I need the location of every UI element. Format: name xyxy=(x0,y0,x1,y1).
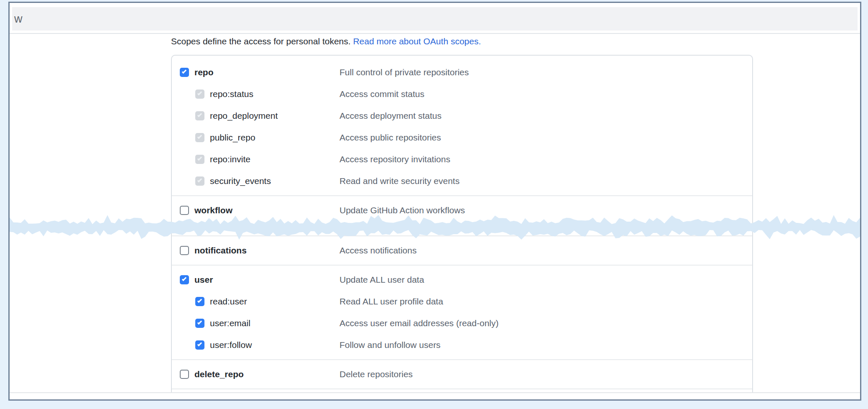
scope-row-left: security_events xyxy=(172,176,340,186)
check-icon xyxy=(197,320,202,325)
scope-row-left: user:email xyxy=(172,318,340,328)
scope-section: notifications Access notifications xyxy=(172,235,752,265)
scope-row: repo:invite Access repository invitation… xyxy=(172,148,752,170)
scope-description: Access public repositories xyxy=(340,133,441,143)
scope-row-left: notifications xyxy=(172,245,340,256)
scope-label[interactable]: security_events xyxy=(210,176,271,186)
page: w Scopes define the access for personal … xyxy=(10,3,860,399)
scope-row: security_events Read and write security … xyxy=(172,170,752,192)
content-cut-line xyxy=(10,392,860,393)
scope-row: user Update ALL user data xyxy=(172,269,752,291)
header-divider xyxy=(10,33,860,34)
scope-section: user Update ALL user data read:user Read… xyxy=(172,265,752,359)
check-icon xyxy=(197,134,202,139)
user-checkbox[interactable] xyxy=(180,275,189,284)
scope-description: Update ALL user data xyxy=(340,275,424,285)
scope-section xyxy=(172,389,752,392)
repo-checkbox[interactable] xyxy=(180,68,189,77)
torn-gap xyxy=(172,225,752,235)
scope-description: Full control of private repositories xyxy=(340,67,469,77)
public_repo-checkbox xyxy=(195,133,204,142)
scope-row-left: user:follow xyxy=(172,340,340,350)
scope-description: Read and write security events xyxy=(340,176,460,186)
scope-description: Access repository invitations xyxy=(340,154,450,164)
scope-description: Access commit status xyxy=(340,89,424,99)
repo:invite-checkbox xyxy=(195,155,204,164)
repo:status-checkbox xyxy=(195,89,204,99)
scope-row: user:email Access user email addresses (… xyxy=(172,312,752,334)
header-title: w xyxy=(14,13,23,25)
scopes-intro-text: Scopes define the access for personal to… xyxy=(171,36,353,46)
scope-description: Read ALL user profile data xyxy=(340,297,443,307)
scope-description: Delete repositories xyxy=(340,369,413,379)
scope-section: repo Full control of private repositorie… xyxy=(172,56,752,195)
scope-row-left: public_repo xyxy=(172,133,340,143)
scope-row: user:follow Follow and unfollow users xyxy=(172,334,752,356)
scope-label[interactable]: workflow xyxy=(194,205,232,215)
notifications-checkbox[interactable] xyxy=(180,246,189,255)
read:user-checkbox[interactable] xyxy=(195,297,204,306)
scope-row-left: repo:invite xyxy=(172,154,340,164)
scopes-intro: Scopes define the access for personal to… xyxy=(171,35,481,48)
scope-section: delete_repo Delete repositories xyxy=(172,359,752,389)
scope-row: repo:status Access commit status xyxy=(172,83,752,105)
scope-row: delete_repo Delete repositories xyxy=(172,363,752,385)
scope-label[interactable]: user xyxy=(194,275,213,285)
check-icon xyxy=(197,298,202,303)
scope-row-left: repo:status xyxy=(172,89,340,99)
scope-label[interactable]: repo:invite xyxy=(210,154,250,164)
scope-description: Access notifications xyxy=(340,245,416,256)
scope-label[interactable]: read:user xyxy=(210,297,247,307)
oauth-scopes-link[interactable]: Read more about OAuth scopes. xyxy=(353,36,481,46)
scope-label[interactable]: user:follow xyxy=(210,340,252,350)
scope-row-left: delete_repo xyxy=(172,369,340,379)
scope-row: repo_deployment Access deployment status xyxy=(172,105,752,127)
repo_deployment-checkbox xyxy=(195,111,204,120)
scope-row: read:user Read ALL user profile data xyxy=(172,291,752,312)
user:follow-checkbox[interactable] xyxy=(195,340,204,350)
scope-row-left: repo_deployment xyxy=(172,111,340,121)
scope-label[interactable]: user:email xyxy=(210,318,250,328)
workflow-checkbox[interactable] xyxy=(180,206,189,215)
scope-description: Access deployment status xyxy=(340,111,442,121)
scope-row-left: read:user xyxy=(172,297,340,307)
scope-label[interactable]: public_repo xyxy=(210,133,255,143)
check-icon xyxy=(197,342,202,346)
scope-section: workflow Update GitHub Action workflows xyxy=(172,195,752,225)
check-icon xyxy=(197,178,202,182)
scope-description: Update GitHub Action workflows xyxy=(340,205,465,215)
check-icon xyxy=(182,69,186,74)
header-bar: w xyxy=(12,7,858,31)
scope-row-left: repo xyxy=(172,67,340,77)
scope-row: notifications Access notifications xyxy=(172,240,752,261)
scope-row-left: workflow xyxy=(172,205,340,215)
delete_repo-checkbox[interactable] xyxy=(180,370,189,379)
check-icon xyxy=(182,276,186,281)
screenshot-root: { "header": { "title": "w" }, "intro": {… xyxy=(0,0,868,409)
scope-label[interactable]: repo:status xyxy=(210,89,253,99)
scope-row: repo Full control of private repositorie… xyxy=(172,61,752,83)
user:email-checkbox[interactable] xyxy=(195,319,204,328)
page-content: w Scopes define the access for personal … xyxy=(10,3,860,392)
scope-label[interactable]: delete_repo xyxy=(194,369,244,379)
scope-label[interactable]: repo_deployment xyxy=(210,111,278,121)
scopes-box: repo Full control of private repositorie… xyxy=(171,55,753,392)
security_events-checkbox xyxy=(195,176,204,186)
scope-label[interactable]: notifications xyxy=(194,245,247,256)
scope-label[interactable]: repo xyxy=(194,67,214,77)
scope-row: public_repo Access public repositories xyxy=(172,127,752,148)
check-icon xyxy=(197,91,202,95)
scope-row-left: user xyxy=(172,275,340,285)
check-icon xyxy=(197,156,202,161)
check-icon xyxy=(197,112,202,117)
scope-description: Follow and unfollow users xyxy=(340,340,441,350)
scope-row: workflow Update GitHub Action workflows xyxy=(172,199,752,221)
scope-description: Access user email addresses (read-only) xyxy=(340,318,498,328)
